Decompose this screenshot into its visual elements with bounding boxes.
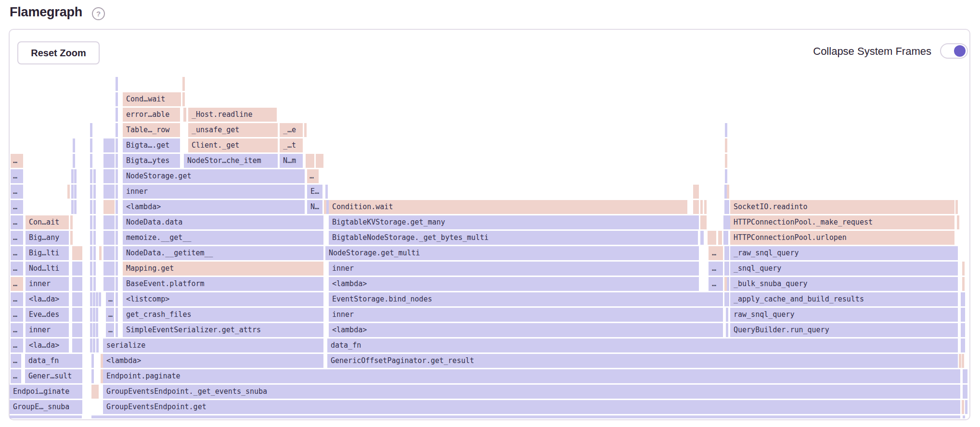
flame-frame[interactable] (963, 308, 965, 322)
flame-frame[interactable] (90, 215, 92, 229)
flame-frame[interactable] (93, 308, 95, 322)
flamegraph-canvas[interactable]: Cond…waiterror…able_Host.readlineTable…_… (0, 0, 980, 419)
flame-frame[interactable]: _apply_cache_and_build_results (730, 292, 958, 306)
flame-frame[interactable] (116, 200, 118, 214)
flame-frame[interactable] (103, 154, 115, 168)
flame-frame[interactable]: … (11, 308, 23, 322)
flame-frame[interactable]: get_crash_files (123, 308, 323, 322)
flame-frame[interactable] (963, 415, 965, 418)
flame-frame[interactable]: serialize (103, 339, 323, 352)
flame-frame[interactable] (116, 323, 118, 337)
flame-frame[interactable] (91, 354, 94, 368)
flame-frame[interactable]: inner (329, 308, 723, 322)
flame-frame[interactable]: HTTPConnectionPool._make_request (730, 215, 954, 229)
flame-frame[interactable]: Cond…wait (123, 92, 181, 106)
flame-frame[interactable] (727, 185, 729, 199)
flame-frame[interactable] (962, 277, 965, 291)
flame-frame[interactable]: <lambda> (329, 323, 723, 337)
flame-frame[interactable]: _raw_snql_query (730, 246, 958, 260)
flame-frame[interactable] (72, 308, 82, 322)
flame-frame[interactable] (91, 369, 94, 383)
flame-frame[interactable] (74, 200, 77, 214)
flame-frame[interactable] (96, 339, 99, 352)
flame-frame[interactable] (93, 339, 95, 352)
flame-frame[interactable]: … (11, 262, 23, 276)
flame-frame[interactable] (963, 292, 965, 306)
flame-frame[interactable]: … (11, 154, 23, 168)
flame-frame[interactable] (116, 262, 118, 276)
flame-frame[interactable]: _unsafe_get (188, 123, 278, 137)
flame-frame[interactable] (70, 215, 73, 229)
flame-frame[interactable] (90, 323, 92, 337)
flame-frame[interactable] (727, 292, 729, 306)
flame-frame[interactable] (116, 138, 118, 152)
flame-frame[interactable] (93, 185, 96, 199)
flame-frame[interactable]: … (11, 185, 23, 199)
flame-frame[interactable]: Client._get (188, 138, 278, 152)
flame-frame[interactable]: Condition.wait (329, 200, 687, 214)
flame-frame[interactable]: memoize.__get__ (123, 231, 323, 245)
flame-frame[interactable] (727, 262, 729, 276)
flame-frame[interactable]: inner (26, 323, 69, 337)
flame-frame[interactable] (963, 323, 965, 337)
flame-frame[interactable]: … (11, 369, 21, 383)
flame-frame[interactable]: … (709, 277, 723, 291)
flame-frame[interactable]: _snql_query (730, 262, 958, 276)
flame-frame[interactable] (70, 231, 73, 245)
flame-frame[interactable] (957, 215, 959, 229)
flame-frame[interactable] (93, 292, 95, 306)
flame-frame[interactable] (116, 77, 118, 91)
flame-frame[interactable]: … (11, 169, 23, 183)
flame-frame[interactable]: … (709, 262, 723, 276)
flame-frame[interactable] (90, 262, 92, 276)
flame-frame[interactable]: NodeStor…che_item (184, 154, 278, 168)
flame-frame[interactable] (116, 308, 118, 322)
flame-frame[interactable] (725, 154, 727, 168)
flame-frame[interactable] (90, 231, 92, 245)
flame-frame[interactable]: N…m (280, 154, 303, 168)
flame-frame[interactable] (71, 185, 74, 199)
flame-frame[interactable]: _…e (280, 123, 303, 137)
flame-frame[interactable]: inner (123, 185, 305, 199)
flame-frame[interactable] (93, 277, 96, 291)
flame-frame[interactable]: Endpoi…ginate (10, 385, 82, 399)
flame-frame[interactable]: GroupEventsEndpoint._get_events_snuba (103, 385, 960, 399)
flame-frame[interactable] (116, 185, 118, 199)
flame-frame[interactable]: NodeData.data (123, 215, 323, 229)
flame-frame[interactable] (959, 354, 961, 368)
flame-frame[interactable] (693, 185, 699, 199)
flame-frame[interactable]: … (11, 339, 23, 352)
flame-frame[interactable] (693, 200, 699, 214)
flame-frame[interactable] (73, 154, 75, 168)
flame-frame[interactable] (725, 169, 727, 183)
flame-frame[interactable] (93, 262, 96, 276)
flame-frame[interactable] (116, 277, 118, 291)
flame-frame[interactable]: _…t (280, 138, 303, 152)
flame-frame[interactable]: data_fn (327, 339, 958, 352)
flame-frame[interactable] (103, 200, 115, 214)
flame-frame[interactable] (700, 231, 704, 245)
flame-frame[interactable] (962, 262, 965, 276)
flame-frame[interactable]: inner (329, 262, 699, 276)
flame-frame[interactable] (325, 185, 328, 199)
flame-frame[interactable] (718, 231, 722, 245)
flame-frame[interactable] (116, 123, 118, 137)
flame-frame[interactable] (90, 123, 92, 137)
flame-frame[interactable]: … (106, 308, 114, 322)
flame-frame[interactable]: raw_snql_query (730, 308, 958, 322)
flame-frame[interactable] (103, 169, 115, 183)
flame-frame[interactable]: GroupE…_snuba (10, 400, 82, 414)
flame-frame[interactable] (725, 123, 727, 137)
flame-frame[interactable] (116, 246, 118, 260)
flame-frame[interactable]: SocketIO.readinto (730, 200, 954, 214)
flame-frame[interactable] (73, 138, 75, 152)
flame-frame[interactable]: <la…da> (26, 292, 69, 306)
flame-frame[interactable] (90, 292, 92, 306)
flame-frame[interactable] (103, 215, 115, 229)
flame-frame[interactable]: HTTPConnectionPool.urlopen (730, 231, 954, 245)
flame-frame[interactable]: … (11, 292, 23, 306)
flame-frame[interactable] (72, 323, 82, 337)
flame-frame[interactable]: … (307, 169, 319, 183)
flame-frame[interactable]: Gener…sult (25, 369, 82, 383)
flame-frame[interactable] (103, 138, 115, 152)
